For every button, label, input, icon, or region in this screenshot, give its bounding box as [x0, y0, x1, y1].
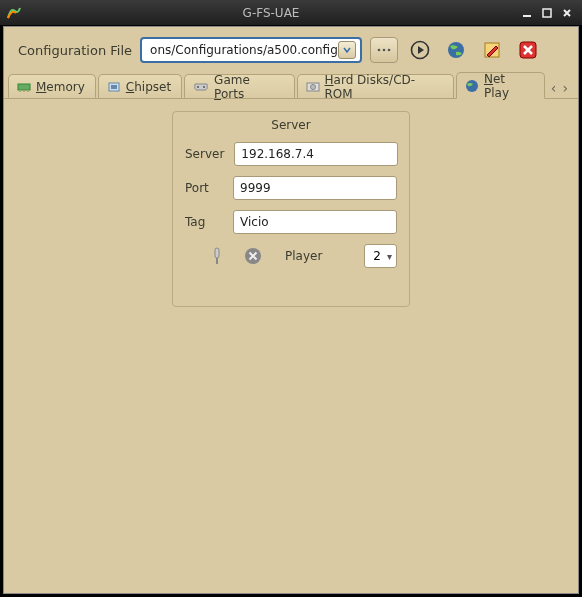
delete-button[interactable]: [514, 37, 542, 63]
port-input[interactable]: [233, 176, 397, 200]
delete-icon: [518, 40, 538, 60]
svg-point-19: [466, 80, 478, 92]
tag-input[interactable]: [233, 210, 397, 234]
ellipsis-icon: [377, 47, 391, 53]
tag-label: Tag: [185, 215, 223, 229]
tab-label: Memory: [36, 80, 85, 94]
server-row: Server: [185, 142, 397, 166]
port-label: Port: [185, 181, 223, 195]
config-file-label: Configuration File: [18, 43, 132, 58]
netplay-icon: [465, 79, 479, 93]
tab-bar: Memory Chipset Game Ports Hard Disks/CD-…: [4, 71, 578, 99]
cancel-icon: [244, 247, 262, 265]
svg-point-3: [383, 49, 386, 52]
cancel-button[interactable]: [243, 246, 263, 266]
tab-label: Net Play: [484, 72, 534, 100]
config-file-combo[interactable]: ons/Configurations/a500.config: [140, 37, 362, 63]
svg-point-18: [310, 84, 315, 89]
chevron-down-icon: [338, 41, 356, 59]
toolbar: Configuration File ons/Configurations/a5…: [4, 27, 578, 71]
gameports-icon: [193, 81, 209, 93]
svg-rect-0: [523, 15, 531, 17]
tab-label: Game Ports: [214, 73, 283, 101]
panel-title: Server: [185, 118, 397, 132]
tab-memory[interactable]: Memory: [8, 74, 96, 98]
svg-rect-12: [27, 90, 29, 92]
player-select[interactable]: 2 ▾: [364, 244, 397, 268]
player-value: 2: [373, 249, 381, 263]
config-file-value: ons/Configurations/a500.config: [150, 43, 338, 57]
client-area: Configuration File ons/Configurations/a5…: [3, 26, 579, 594]
svg-point-6: [448, 42, 464, 58]
svg-rect-9: [18, 84, 30, 90]
svg-point-4: [388, 49, 391, 52]
svg-point-2: [378, 49, 381, 52]
player-label: Player: [285, 249, 322, 263]
svg-point-16: [203, 86, 205, 88]
harddisk-icon: [306, 81, 320, 93]
globe-button[interactable]: [442, 37, 470, 63]
play-button[interactable]: [406, 37, 434, 63]
server-panel: Server Server Port Tag: [172, 111, 410, 307]
maximize-button[interactable]: [540, 6, 554, 20]
titlebar: G-FS-UAE: [0, 0, 582, 26]
action-row: Player 2 ▾: [185, 244, 397, 268]
tab-net-play[interactable]: Net Play: [456, 72, 545, 99]
app-window: G-FS-UAE Configuration File ons/Configur…: [0, 0, 582, 597]
chevron-down-icon: ▾: [387, 251, 392, 262]
tab-chipset[interactable]: Chipset: [98, 74, 182, 98]
server-input[interactable]: [234, 142, 398, 166]
connect-button[interactable]: [207, 246, 227, 266]
svg-point-15: [197, 86, 199, 88]
tab-scroll-right[interactable]: ›: [562, 80, 568, 96]
svg-rect-11: [23, 90, 25, 92]
port-row: Port: [185, 176, 397, 200]
svg-rect-10: [19, 90, 21, 92]
plug-icon: [210, 247, 224, 265]
tag-row: Tag: [185, 210, 397, 234]
edit-icon: [482, 40, 502, 60]
tab-label: Hard Disks/CD-ROM: [325, 73, 443, 101]
edit-button[interactable]: [478, 37, 506, 63]
browse-button[interactable]: [370, 37, 398, 63]
app-icon: [6, 5, 22, 21]
tab-scroll-left[interactable]: ‹: [551, 80, 557, 96]
window-title: G-FS-UAE: [22, 6, 520, 20]
svg-rect-20: [215, 248, 219, 258]
tab-game-ports[interactable]: Game Ports: [184, 74, 294, 98]
svg-rect-14: [111, 85, 117, 89]
server-label: Server: [185, 147, 224, 161]
close-button[interactable]: [560, 6, 574, 20]
memory-icon: [17, 81, 31, 93]
window-buttons: [520, 6, 574, 20]
play-icon: [410, 40, 430, 60]
tab-content: Server Server Port Tag: [4, 99, 578, 593]
tab-label: Chipset: [126, 80, 171, 94]
globe-icon: [446, 40, 466, 60]
tab-hard-disks[interactable]: Hard Disks/CD-ROM: [297, 74, 454, 98]
minimize-button[interactable]: [520, 6, 534, 20]
chipset-icon: [107, 81, 121, 93]
svg-rect-21: [216, 258, 218, 264]
tab-scroll: ‹ ›: [547, 80, 574, 98]
svg-rect-1: [543, 9, 551, 17]
